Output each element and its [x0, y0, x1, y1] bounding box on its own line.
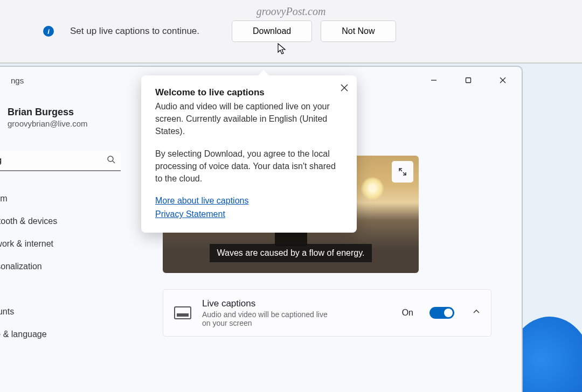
sidebar-item-accounts[interactable]: counts: [0, 300, 130, 323]
user-name: Brian Burgess: [8, 107, 130, 118]
watermark-text: groovyPost.com: [257, 5, 326, 18]
popover-close-button[interactable]: [341, 83, 348, 94]
sun-graphic: [361, 177, 384, 200]
info-icon: i: [43, 26, 54, 37]
more-about-link[interactable]: More about live captions: [155, 194, 343, 207]
card-title: Live captions: [202, 298, 391, 309]
toggle-state-label: On: [402, 308, 413, 318]
svg-line-5: [113, 161, 115, 163]
sidebar-item-system[interactable]: stem: [0, 187, 130, 210]
caption-overlay: Waves are caused by a flow of energy.: [210, 244, 372, 262]
sidebar-item-apps[interactable]: ps: [0, 278, 130, 300]
user-email: groovybrian@live.com: [8, 119, 130, 128]
expand-button[interactable]: [392, 161, 413, 183]
maximize-button[interactable]: [459, 73, 477, 88]
download-button[interactable]: Download: [232, 20, 312, 42]
captions-icon: [174, 306, 191, 319]
sidebar-item-personalization[interactable]: ersonalization: [0, 255, 130, 278]
chevron-up-icon[interactable]: [473, 308, 480, 318]
live-captions-toggle[interactable]: [429, 307, 454, 319]
card-description: Audio and video will be captioned live o…: [202, 310, 337, 327]
search-input[interactable]: [0, 151, 121, 171]
live-captions-card[interactable]: Live captions Audio and video will be ca…: [163, 289, 491, 337]
nav-list: stem uetooth & devices etwork & internet…: [0, 187, 130, 346]
search-field[interactable]: [0, 156, 107, 165]
privacy-statement-link[interactable]: Privacy Statement: [155, 208, 343, 220]
not-now-button[interactable]: Not Now: [321, 20, 396, 42]
popover-paragraph-2: By selecting Download, you agree to the …: [155, 148, 343, 185]
popover-paragraph-1: Audio and video will be captioned live o…: [155, 100, 343, 138]
sidebar-item-bluetooth[interactable]: uetooth & devices: [0, 210, 130, 233]
search-icon: [107, 155, 115, 166]
svg-point-4: [108, 156, 113, 162]
window-title: ngs: [11, 76, 24, 85]
svg-rect-1: [466, 78, 471, 83]
sidebar-item-network[interactable]: etwork & internet: [0, 233, 130, 255]
close-button[interactable]: [494, 73, 512, 88]
minimize-button[interactable]: [425, 73, 443, 88]
welcome-popover: Welcome to live captions Audio and video…: [141, 75, 357, 233]
sidebar-item-time-language[interactable]: me & language: [0, 323, 130, 346]
popover-title: Welcome to live captions: [155, 87, 343, 98]
sidebar: Brian Burgess groovybrian@live.com stem …: [0, 90, 141, 392]
cursor-icon: [278, 43, 287, 58]
banner-message: Set up live captions to continue.: [70, 26, 199, 37]
